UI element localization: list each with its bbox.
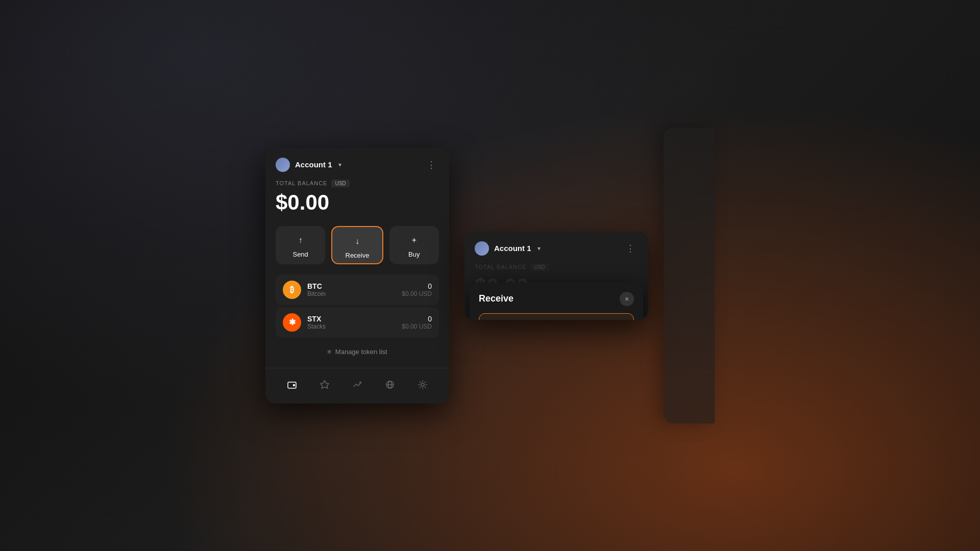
- nav-chart[interactable]: [347, 377, 368, 395]
- right-total-balance-text: TOTAL BALANCE: [475, 264, 526, 270]
- btc-amount: 0: [402, 282, 432, 290]
- right-edge-card: [664, 128, 715, 423]
- left-account-name: Account 1: [295, 160, 332, 169]
- stx-usd: $0.00 USD: [402, 323, 432, 330]
- manage-token-list-button[interactable]: ≡ Manage token list: [276, 338, 439, 358]
- receive-modal-header: Receive ×: [479, 292, 634, 306]
- left-more-button[interactable]: ⋮: [425, 157, 439, 172]
- wallet-nav-icon: [287, 380, 297, 390]
- left-total-balance-text: TOTAL BALANCE: [276, 180, 327, 186]
- left-account-avatar: [276, 158, 290, 172]
- btc-icon: ₿: [283, 281, 301, 299]
- receive-modal: Receive × ₿ Bitcoin 3F2dduQq...gvbR52vo: [470, 283, 643, 320]
- left-balance-amount: $0.00: [276, 190, 439, 215]
- btc-balance: 0 $0.00 USD: [402, 282, 432, 297]
- left-account-selector[interactable]: Account 1 ▾: [276, 158, 341, 172]
- buy-icon: +: [407, 233, 421, 247]
- btc-info: BTC Bitcoin: [307, 282, 396, 297]
- nav-wallet[interactable]: [282, 377, 302, 395]
- svg-point-6: [421, 383, 424, 386]
- globe-nav-icon: [385, 380, 395, 390]
- left-card-body: TOTAL BALANCE USD $0.00 ↑ Send ↓ Receive…: [265, 180, 449, 368]
- right-more-button[interactable]: ⋮: [624, 241, 638, 256]
- btc-token-item[interactable]: ₿ BTC Bitcoin 0 $0.00 USD: [276, 274, 439, 305]
- receive-button[interactable]: ↓ Receive: [331, 226, 383, 264]
- btc-usd: $0.00 USD: [402, 290, 432, 297]
- left-token-list: ₿ BTC Bitcoin 0 $0.00 USD ✱ STX Stacks: [276, 274, 439, 338]
- svg-rect-1: [293, 384, 295, 386]
- right-account-chevron-icon: ▾: [537, 245, 541, 252]
- nav-nft[interactable]: [314, 377, 335, 395]
- left-bottom-nav: [265, 368, 449, 404]
- left-balance-label-row: TOTAL BALANCE USD: [276, 180, 439, 187]
- nav-globe[interactable]: [380, 377, 400, 395]
- receive-icon: ↓: [350, 234, 364, 248]
- send-label: Send: [292, 251, 308, 258]
- left-currency-badge: USD: [331, 180, 349, 187]
- left-wallet-card: Account 1 ▾ ⋮ TOTAL BALANCE USD $0.00 ↑ …: [265, 148, 449, 404]
- bitcoin-receive-item[interactable]: ₿ Bitcoin 3F2dduQq...gvbR52vo: [479, 313, 634, 320]
- right-balance-label-row: TOTAL BALANCE USD: [475, 263, 638, 271]
- stx-icon: ✱: [283, 313, 301, 332]
- svg-marker-2: [321, 381, 329, 388]
- stx-amount: 0: [402, 315, 432, 323]
- settings-nav-icon: [418, 380, 428, 390]
- right-card-header: Account 1 ▾ ⋮: [464, 232, 648, 263]
- stx-info: STX Stacks: [307, 315, 396, 330]
- list-icon: ≡: [327, 348, 331, 356]
- buy-button[interactable]: + Buy: [389, 226, 439, 264]
- buy-label: Buy: [408, 251, 420, 258]
- receive-modal-close-button[interactable]: ×: [620, 292, 634, 306]
- stx-symbol: STX: [307, 315, 396, 323]
- right-account-avatar: [475, 241, 489, 256]
- receive-label: Receive: [346, 252, 370, 259]
- stx-token-item[interactable]: ✱ STX Stacks 0 $0.00 USD: [276, 307, 439, 338]
- stx-full-name: Stacks: [307, 323, 396, 330]
- left-card-header: Account 1 ▾ ⋮: [265, 148, 449, 180]
- btc-symbol: BTC: [307, 282, 396, 290]
- nav-settings[interactable]: [412, 377, 433, 395]
- right-currency-badge: USD: [530, 263, 548, 271]
- send-icon: ↑: [293, 233, 308, 247]
- nft-nav-icon: [320, 380, 330, 390]
- right-account-selector[interactable]: Account 1 ▾: [475, 241, 541, 256]
- account-chevron-icon: ▾: [338, 161, 341, 168]
- chart-nav-icon: [352, 380, 362, 390]
- btc-full-name: Bitcoin: [307, 290, 396, 297]
- stx-balance: 0 $0.00 USD: [402, 315, 432, 330]
- receive-modal-title: Receive: [479, 293, 513, 304]
- close-icon: ×: [625, 295, 629, 303]
- scene-container: Account 1 ▾ ⋮ TOTAL BALANCE USD $0.00 ↑ …: [265, 128, 715, 423]
- right-account-name: Account 1: [494, 244, 531, 253]
- manage-token-label: Manage token list: [335, 348, 387, 356]
- left-action-buttons: ↑ Send ↓ Receive + Buy: [276, 226, 439, 264]
- right-wallet-card: Account 1 ▾ ⋮ TOTAL BALANCE USD $0.00 Re…: [464, 232, 648, 320]
- send-button[interactable]: ↑ Send: [276, 226, 325, 264]
